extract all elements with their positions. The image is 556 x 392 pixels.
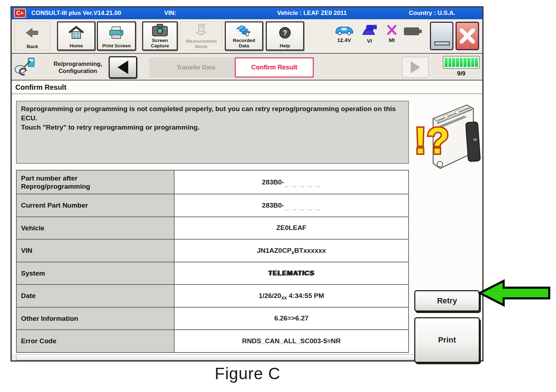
- content-area: Reprogramming or programming is not comp…: [12, 95, 482, 355]
- close-icon: [459, 27, 476, 45]
- country-label: Country : U.S.A.: [409, 10, 455, 17]
- print-screen-button[interactable]: Print Screen: [97, 21, 136, 51]
- print-button[interactable]: Print: [414, 317, 480, 363]
- table-row-part-number-after: Part number after Reprog/programming 283…: [17, 171, 408, 194]
- screenshot-page: C+ CONSULT-III plus Ver.V14.21.00 VIN: V…: [0, 0, 556, 392]
- table-row-date: Date 1/26/20xx 4:34:55 PM: [17, 284, 408, 307]
- printer-icon: [108, 22, 125, 43]
- home-button[interactable]: Home: [57, 21, 95, 51]
- horizontal-scrollbar[interactable]: [16, 354, 476, 360]
- back-button[interactable]: Back: [14, 21, 51, 51]
- mode-label: Re/programming, Configuration: [36, 60, 120, 74]
- figure-caption: Figure C: [0, 364, 495, 383]
- toolbar: Back Home Print Screen Screen Capture: [12, 19, 482, 54]
- app-title: CONSULT-III plus Ver.V14.21.00: [31, 10, 121, 17]
- battery-status: [402, 26, 424, 36]
- result-table: Part number after Reprog/programming 283…: [16, 170, 409, 353]
- table-row-current-part-number: Current Part Number 283B0-_ _ _ _ _: [17, 194, 408, 216]
- navigation-bar: Re/programming, Configuration Transfer D…: [12, 54, 482, 80]
- section-title: Confirm Result: [12, 81, 482, 94]
- ecu-alert-icon: !?: [414, 100, 483, 178]
- minimize-button[interactable]: [430, 22, 453, 50]
- measurement-mode-button[interactable]: Measurement Mode: [180, 21, 222, 51]
- table-row-vin: VIN JN1AZ0CPxBTxxxxxx: [17, 239, 408, 262]
- nav-forward-button[interactable]: [402, 57, 429, 78]
- vi-device-icon: [361, 24, 378, 36]
- app-logo-icon: C+: [14, 9, 26, 18]
- measurement-mode-icon: [194, 22, 208, 38]
- left-triangle-icon: [118, 61, 128, 74]
- callout-green-arrow-icon: [478, 279, 551, 307]
- table-row-error-code: Error Code RNDS_CAN_ALL_SC003-5=NR: [17, 329, 408, 352]
- vehicle-label: Vehicle : LEAF ZE0 2011: [277, 10, 347, 17]
- mi-status: MI: [383, 24, 401, 43]
- nav-back-button[interactable]: [109, 56, 137, 78]
- vin-label: VIN:: [164, 10, 176, 17]
- screen-capture-button[interactable]: Screen Capture: [142, 21, 178, 51]
- home-icon: [68, 22, 84, 43]
- help-button[interactable]: ? Help: [266, 21, 304, 51]
- vi-status: VI: [359, 24, 380, 44]
- car-icon: [334, 24, 354, 36]
- close-button[interactable]: [456, 22, 479, 50]
- recorded-data-button[interactable]: Recorded Data: [225, 21, 263, 51]
- retry-button[interactable]: Retry: [414, 290, 480, 312]
- table-row-other-information: Other Information 6.26=>6.27: [17, 307, 408, 330]
- reprogramming-tool-icon: [14, 57, 36, 78]
- table-row-system: System TELEMATICS: [17, 262, 408, 284]
- svg-text:?: ?: [283, 29, 287, 37]
- battery-icon: [403, 26, 422, 36]
- recorded-data-icon: [235, 22, 253, 38]
- right-triangle-icon: [411, 61, 420, 73]
- help-icon: ?: [278, 22, 292, 43]
- table-row-vehicle: Vehicle ZE0LEAF: [17, 216, 408, 239]
- minimize-icon: [434, 41, 450, 46]
- title-bar: C+ CONSULT-III plus Ver.V14.21.00 VIN: V…: [12, 7, 482, 19]
- svg-text:!?: !?: [414, 120, 449, 161]
- back-arrow-icon: [26, 22, 39, 44]
- camera-icon: [152, 22, 168, 38]
- progress-count: 9/9: [443, 70, 480, 77]
- step-confirm-result: Confirm Result: [235, 57, 314, 78]
- battery-voltage-status: 12.4V: [332, 24, 357, 43]
- result-message: Reprogramming or programming is not comp…: [16, 101, 409, 164]
- step-transfer-data: Transfer Data: [149, 57, 243, 78]
- mi-disconnected-x-icon: [386, 24, 397, 36]
- progress-bar: [443, 56, 480, 69]
- consult-window: C+ CONSULT-III plus Ver.V14.21.00 VIN: V…: [11, 6, 483, 361]
